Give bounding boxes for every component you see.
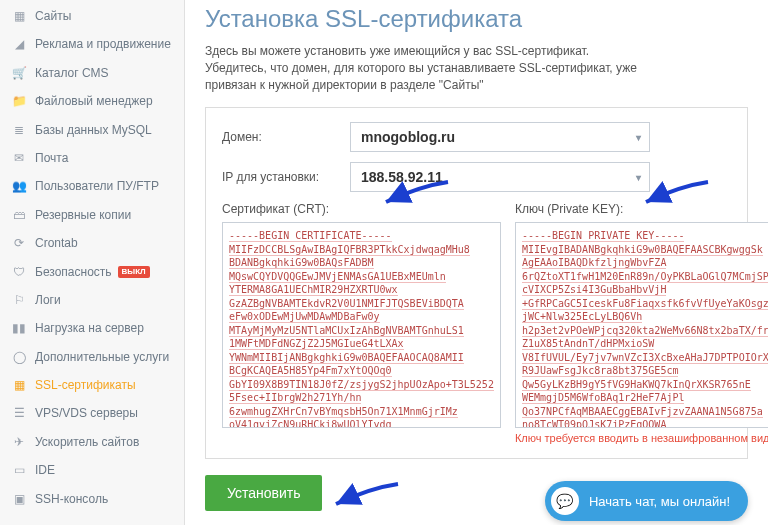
window-icon: ▭ bbox=[12, 463, 26, 477]
page-intro: Здесь вы можете установить уже имеющийся… bbox=[205, 43, 645, 93]
nav-sites[interactable]: ▦Сайты bbox=[0, 2, 184, 30]
server-icon: ☰ bbox=[12, 407, 26, 421]
folder-icon: 📁 bbox=[12, 94, 26, 108]
shield-icon: 🛡 bbox=[12, 265, 26, 279]
main-content: Установка SSL-сертификата Здесь вы может… bbox=[185, 0, 768, 525]
mail-icon: ✉ bbox=[12, 151, 26, 165]
nav-mysql[interactable]: ≣Базы данных MySQL bbox=[0, 116, 184, 144]
chat-icon: 💬 bbox=[551, 487, 579, 515]
nav-vps[interactable]: ☰VPS/VDS серверы bbox=[0, 399, 184, 427]
chat-widget[interactable]: 💬 Начать чат, мы онлайн! bbox=[545, 481, 748, 521]
ip-label: IP для установки: bbox=[222, 170, 350, 184]
flag-icon: ⚐ bbox=[12, 293, 26, 307]
crt-textarea[interactable]: -----BEGIN CERTIFICATE-----MIIFzDCCBLSgA… bbox=[222, 222, 501, 428]
key-label: Ключ (Private KEY): bbox=[515, 202, 768, 216]
badge-off: ВЫКЛ bbox=[118, 266, 150, 278]
cert-icon: ▦ bbox=[12, 378, 26, 392]
nav-backups[interactable]: 🗃Резервные копии bbox=[0, 201, 184, 229]
backup-icon: 🗃 bbox=[12, 208, 26, 222]
nav-crontab[interactable]: ⟳Crontab bbox=[0, 229, 184, 257]
circle-icon: ◯ bbox=[12, 350, 26, 364]
install-button[interactable]: Установить bbox=[205, 475, 322, 511]
rocket-icon: ✈ bbox=[12, 435, 26, 449]
sync-icon: ⟳ bbox=[12, 236, 26, 250]
nav-users[interactable]: 👥Пользователи ПУ/FTP bbox=[0, 172, 184, 200]
nav-ssh[interactable]: ▣SSH-консоль bbox=[0, 485, 184, 513]
nav-ide[interactable]: ▭IDE bbox=[0, 456, 184, 484]
key-hint: Ключ требуется вводить в незашифрованном… bbox=[515, 432, 768, 444]
nav-mail[interactable]: ✉Почта bbox=[0, 144, 184, 172]
nav-security[interactable]: 🛡БезопасностьВЫКЛ bbox=[0, 258, 184, 286]
nav-accel[interactable]: ✈Ускоритель сайтов bbox=[0, 428, 184, 456]
page-title: Установка SSL-сертификата bbox=[205, 5, 748, 33]
nav-logs[interactable]: ⚐Логи bbox=[0, 286, 184, 314]
nav-files[interactable]: 📁Файловый менеджер bbox=[0, 87, 184, 115]
key-textarea[interactable]: -----BEGIN PRIVATE KEY-----MIIEvgIBADANB… bbox=[515, 222, 768, 428]
terminal-icon: ▣ bbox=[12, 492, 26, 506]
nav-ads[interactable]: ◢Реклама и продвижение bbox=[0, 30, 184, 58]
nav-ssl[interactable]: ▦SSL-сертификаты bbox=[0, 371, 184, 399]
domain-label: Домен: bbox=[222, 130, 350, 144]
nav-load[interactable]: ▮▮Нагрузка на сервер bbox=[0, 314, 184, 342]
ip-select[interactable]: 188.58.92.11 bbox=[350, 162, 650, 192]
ssl-form: Домен: mnogoblog.ru IP для установки: 18… bbox=[205, 107, 748, 459]
bars-icon: ▮▮ bbox=[12, 321, 26, 335]
chart-icon: ◢ bbox=[12, 38, 26, 52]
sidebar: ▦Сайты ◢Реклама и продвижение 🛒Каталог C… bbox=[0, 0, 185, 525]
grid-icon: ▦ bbox=[12, 9, 26, 23]
nav-services[interactable]: ◯Дополнительные услуги bbox=[0, 343, 184, 371]
nav-cms[interactable]: 🛒Каталог CMS bbox=[0, 59, 184, 87]
crt-label: Сертификат (CRT): bbox=[222, 202, 501, 216]
users-icon: 👥 bbox=[12, 180, 26, 194]
domain-select[interactable]: mnogoblog.ru bbox=[350, 122, 650, 152]
cart-icon: 🛒 bbox=[12, 66, 26, 80]
database-icon: ≣ bbox=[12, 123, 26, 137]
